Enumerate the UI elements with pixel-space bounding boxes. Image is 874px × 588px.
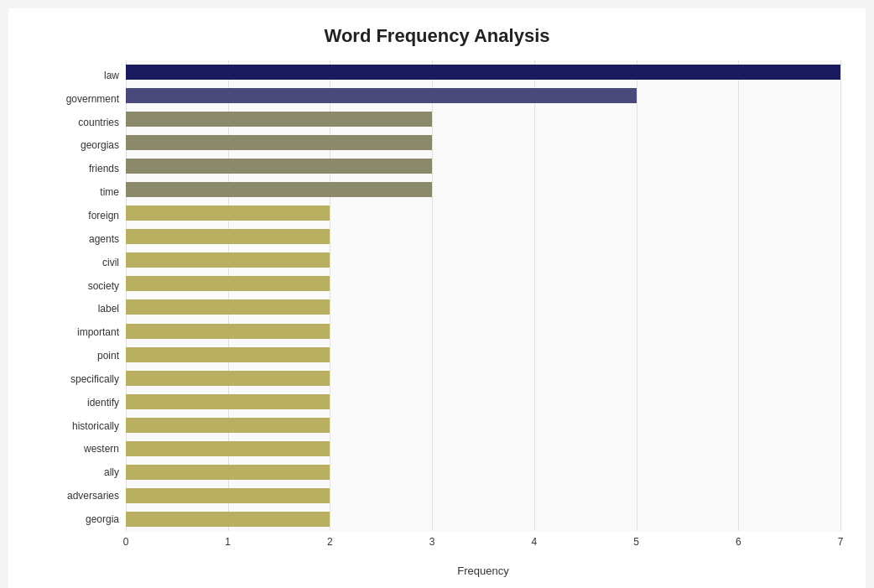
x-tick: 6 — [736, 536, 741, 548]
bar — [126, 418, 330, 433]
x-tick: 2 — [327, 536, 333, 548]
bar-row — [126, 110, 840, 128]
grid-line — [228, 60, 229, 531]
bar — [126, 488, 330, 503]
x-tick: 7 — [838, 536, 844, 548]
y-label: point — [97, 351, 119, 361]
x-axis: 01234567 — [126, 531, 840, 548]
bar-row — [126, 487, 840, 505]
grid-line — [840, 60, 841, 531]
bar — [126, 206, 330, 221]
y-label: law — [104, 70, 119, 81]
y-label: georgia — [86, 514, 119, 524]
bar-row — [126, 510, 840, 528]
bar-row — [126, 416, 840, 434]
bar-row — [126, 322, 840, 341]
bar-row — [126, 298, 840, 316]
bar-row — [126, 63, 840, 81]
y-label: foreign — [88, 211, 119, 221]
bar — [126, 371, 330, 386]
bar — [126, 276, 330, 291]
y-label: label — [98, 304, 119, 314]
chart-area: lawgovernmentcountriesgeorgiasfriendstim… — [34, 60, 840, 531]
bar-row — [126, 369, 840, 388]
x-tick: 0 — [123, 536, 129, 548]
grid-line — [432, 60, 433, 531]
bar — [126, 135, 432, 150]
x-tick: 3 — [429, 536, 435, 548]
y-label: ally — [104, 467, 119, 477]
bar-row — [126, 251, 840, 269]
y-label: georgias — [81, 140, 119, 150]
plot-area — [126, 60, 840, 531]
bar — [126, 65, 840, 80]
grid-line — [637, 60, 637, 531]
y-label: historically — [72, 421, 119, 431]
bar-row — [126, 204, 840, 222]
bar — [126, 394, 330, 409]
grid-lines — [126, 60, 840, 531]
grid-line — [738, 60, 739, 531]
bar-row — [126, 463, 840, 481]
y-label: important — [77, 327, 119, 337]
y-label: countries — [78, 117, 119, 127]
bar-row — [126, 180, 840, 199]
bar — [126, 347, 330, 362]
bar-row — [126, 157, 840, 175]
y-label: civil — [102, 258, 119, 268]
bar-row — [126, 133, 840, 152]
bar — [126, 465, 330, 480]
x-tick: 5 — [633, 536, 639, 548]
bar — [126, 324, 330, 339]
grid-line — [534, 60, 535, 531]
bar-row — [126, 274, 840, 293]
x-tick: 1 — [225, 536, 231, 548]
y-label: western — [84, 444, 119, 454]
bar-row — [126, 346, 840, 364]
y-label: specifically — [70, 374, 119, 384]
chart-title: Word Frequency Analysis — [34, 25, 840, 47]
grid-line — [126, 60, 127, 531]
x-tick: 4 — [532, 536, 538, 548]
y-label: time — [100, 187, 119, 197]
chart-container: Word Frequency Analysis lawgovernmentcou… — [8, 8, 866, 588]
y-label: friends — [89, 164, 119, 174]
y-label: society — [88, 281, 119, 291]
grid-line — [330, 60, 330, 531]
x-axis-label: Frequency — [126, 565, 840, 577]
bar-row — [126, 393, 840, 411]
bar — [126, 182, 432, 197]
bar — [126, 299, 330, 315]
bar-row — [126, 440, 840, 458]
bar — [126, 112, 432, 127]
bar — [126, 512, 330, 527]
bar — [126, 252, 330, 268]
bar — [126, 88, 637, 103]
y-label: government — [66, 94, 119, 104]
y-label: agents — [89, 234, 119, 244]
y-axis: lawgovernmentcountriesgeorgiasfriendstim… — [34, 60, 126, 531]
bar — [126, 441, 330, 456]
bar-row — [126, 86, 840, 105]
y-label: adversaries — [67, 491, 119, 501]
bar-row — [126, 227, 840, 246]
y-label: identify — [87, 398, 119, 408]
bar — [126, 159, 432, 174]
bar — [126, 229, 330, 244]
